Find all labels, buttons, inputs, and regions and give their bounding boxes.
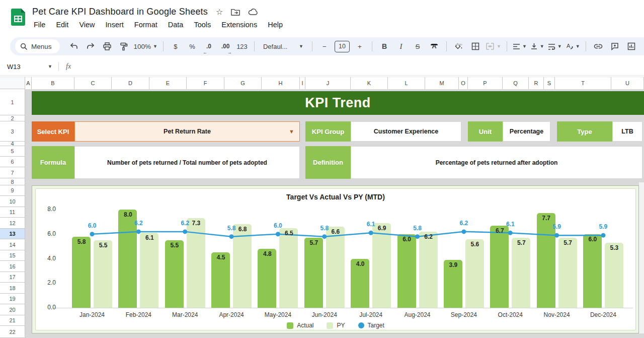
merge-cells-button[interactable]: ▼	[486, 39, 501, 53]
zoom-select[interactable]: 100%▼	[134, 39, 157, 53]
row-header-20[interactable]: 20	[0, 304, 25, 315]
menu-file[interactable]: File	[32, 20, 47, 29]
document-title[interactable]: Pet Care KPI Dashboard in Google Sheets	[32, 7, 208, 17]
menu-help[interactable]: Help	[266, 20, 284, 29]
col-header-I[interactable]: I	[300, 77, 305, 90]
decrease-font-size-button[interactable]: −	[318, 39, 331, 53]
insert-comment-button[interactable]	[608, 39, 621, 53]
row-header-13[interactable]: 13	[0, 229, 25, 239]
select-all-corner[interactable]	[0, 77, 25, 89]
legend-item-target[interactable]: Target	[358, 322, 384, 329]
row-header-22[interactable]: 22	[0, 326, 25, 338]
undo-button[interactable]	[67, 39, 80, 53]
move-to-folder-icon[interactable]	[231, 8, 240, 16]
col-header-B[interactable]: B	[32, 77, 74, 90]
row-header-15[interactable]: 15	[0, 250, 25, 261]
x-axis-label: Jan-2024	[69, 311, 115, 318]
col-header-E[interactable]: E	[149, 77, 187, 90]
row-header-11[interactable]: 11	[0, 207, 25, 218]
row-header-9[interactable]: 9	[0, 185, 25, 196]
decrease-decimal-button[interactable]: .0←	[202, 39, 215, 53]
row-header-17[interactable]: 17	[0, 272, 25, 283]
text-rotation-button[interactable]: A ▼	[566, 39, 580, 53]
col-header-K[interactable]: K	[351, 77, 388, 90]
sheets-logo-icon[interactable]	[11, 9, 25, 26]
cloud-saved-icon[interactable]	[248, 8, 258, 16]
col-header-P[interactable]: P	[468, 77, 503, 90]
col-header-S[interactable]: S	[544, 77, 555, 90]
kpi-trend-chart[interactable]: Target Vs Actual Vs PY (MTD) ActualPYTar…	[35, 188, 636, 330]
borders-button[interactable]	[469, 39, 482, 53]
format-currency-button[interactable]: $	[169, 39, 182, 53]
format-percent-button[interactable]: %	[186, 39, 199, 53]
row-header-5[interactable]: 5	[0, 146, 25, 157]
target-label: 6.2	[177, 220, 193, 227]
bold-button[interactable]: B	[378, 39, 391, 53]
row-header-12[interactable]: 12	[0, 218, 25, 229]
menu-edit[interactable]: Edit	[54, 20, 70, 29]
row-header-2[interactable]: 2	[0, 115, 25, 121]
col-header-A[interactable]: A	[25, 77, 32, 90]
increase-decimal-button[interactable]: .00→	[219, 39, 232, 53]
col-header-T[interactable]: T	[555, 77, 611, 90]
target-label: 6.1	[502, 221, 518, 228]
col-header-F[interactable]: F	[187, 77, 224, 90]
font-select[interactable]: Defaul...▼	[260, 39, 306, 53]
print-button[interactable]	[101, 39, 114, 53]
col-header-G[interactable]: G	[224, 77, 262, 90]
row-header-19[interactable]: 19	[0, 294, 25, 304]
col-header-M[interactable]: M	[425, 77, 459, 90]
italic-button[interactable]: I	[394, 39, 408, 53]
col-header-U[interactable]: U	[611, 77, 644, 90]
legend-item-py[interactable]: PY	[327, 322, 345, 329]
row-header-6[interactable]: 6	[0, 157, 25, 167]
col-header-O[interactable]: O	[459, 77, 468, 90]
kpi-dropdown[interactable]: Pet Return Rate ▼	[74, 121, 300, 142]
row-header-21[interactable]: 21	[0, 315, 25, 326]
star-icon[interactable]: ☆	[216, 8, 223, 16]
more-formats-button[interactable]: 123	[235, 39, 249, 53]
col-header-R[interactable]: R	[529, 77, 544, 90]
row-header-16[interactable]: 16	[0, 261, 25, 272]
menu-insert[interactable]: Insert	[104, 20, 125, 29]
col-header-C[interactable]: C	[74, 77, 112, 90]
menu-extensions[interactable]: Extensions	[220, 20, 259, 29]
x-axis-label: May-2024	[255, 311, 300, 318]
row-header-14[interactable]: 14	[0, 239, 25, 250]
text-wrap-button[interactable]: ▼	[548, 39, 562, 53]
row-header-10[interactable]: 10	[0, 196, 25, 207]
redo-button[interactable]	[84, 39, 97, 53]
name-box[interactable]: W13 ▼	[0, 63, 56, 71]
search-menus-button[interactable]: Menus	[15, 39, 60, 53]
bar-label-py: 6.2	[419, 233, 439, 240]
insert-link-button[interactable]	[592, 39, 605, 53]
row-header-1[interactable]: 1	[0, 89, 25, 115]
menu-tools[interactable]: Tools	[192, 20, 212, 29]
formula-input[interactable]	[71, 58, 644, 75]
font-size-input[interactable]: 10	[335, 41, 350, 52]
row-header-4[interactable]: 4	[0, 142, 25, 146]
strikethrough-button[interactable]: S	[411, 39, 424, 53]
row-header-7[interactable]: 7	[0, 167, 25, 178]
col-header-D[interactable]: D	[112, 77, 149, 90]
row-header-3[interactable]: 3	[0, 121, 25, 142]
paint-format-button[interactable]	[117, 39, 130, 53]
fill-color-button[interactable]	[452, 39, 465, 53]
col-header-H[interactable]: H	[262, 77, 300, 90]
col-header-L[interactable]: L	[388, 77, 425, 90]
row-header-18[interactable]: 18	[0, 283, 25, 294]
col-header-J[interactable]: J	[305, 77, 351, 90]
menu-view[interactable]: View	[77, 20, 96, 29]
legend-item-actual[interactable]: Actual	[287, 322, 313, 329]
horizontal-align-button[interactable]: ▼	[513, 39, 527, 53]
col-header-Q[interactable]: Q	[503, 77, 529, 90]
definition-value: Percentage of pets returned after adopti…	[351, 146, 642, 179]
vertical-align-button[interactable]: ▼	[530, 39, 544, 53]
menu-format[interactable]: Format	[133, 20, 159, 29]
increase-font-size-button[interactable]: +	[353, 39, 366, 53]
text-color-button[interactable]: A	[428, 39, 441, 53]
menu-data[interactable]: Data	[167, 20, 185, 29]
row-header-8[interactable]: 8	[0, 178, 25, 185]
insert-chart-button[interactable]	[625, 39, 638, 53]
target-label: 6.2	[130, 220, 146, 227]
